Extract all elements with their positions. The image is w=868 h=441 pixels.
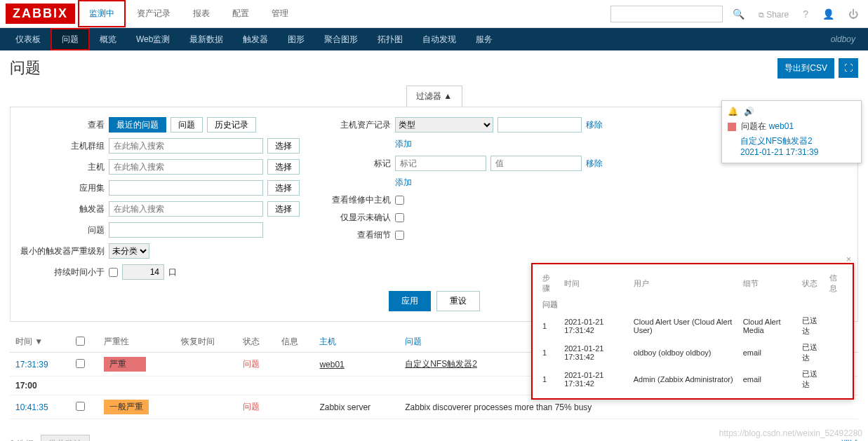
th-recovery[interactable]: 恢复时间 bbox=[175, 332, 237, 353]
detail-label: 查看细节 bbox=[328, 229, 391, 241]
row-time[interactable]: 10:41:35 bbox=[15, 402, 48, 412]
problem-link[interactable]: Zabbix discoverer processes more than 75… bbox=[405, 402, 592, 412]
row-time[interactable]: 17:31:39 bbox=[15, 360, 48, 369]
tag-name-input[interactable] bbox=[395, 156, 486, 171]
host-select-button[interactable]: 选择 bbox=[267, 159, 300, 175]
export-csv-button[interactable]: 导出到CSV bbox=[777, 58, 834, 79]
tag-add-link[interactable]: 添加 bbox=[395, 177, 412, 189]
maint-checkbox[interactable] bbox=[395, 196, 404, 205]
severity-badge: 严重 bbox=[104, 357, 146, 372]
watermark: https://blog.csdn.net/weixin_52492280 bbox=[719, 428, 862, 438]
subnav-triggers[interactable]: 触发器 bbox=[233, 28, 278, 50]
filter-left-column: 查看 最近的问题 问题 历史记录 主机群组 选择 主机 选择 应用集 选择 bbox=[20, 117, 300, 280]
host-link[interactable]: Zabbix server bbox=[319, 402, 370, 412]
sub-navigation: 仪表板 问题 概览 Web监测 最新数据 触发器 图形 聚合图形 拓扑图 自动发… bbox=[0, 28, 868, 50]
appset-label: 应用集 bbox=[20, 182, 105, 194]
reset-button[interactable]: 重设 bbox=[436, 291, 480, 311]
view-label: 查看 bbox=[20, 119, 105, 131]
asset-add-link[interactable]: 添加 bbox=[395, 138, 412, 150]
topnav-admin[interactable]: 管理 bbox=[260, 0, 300, 27]
appset-input[interactable] bbox=[109, 180, 263, 196]
detail-checkbox[interactable] bbox=[395, 231, 404, 240]
ap-th-user: 用户 bbox=[629, 270, 739, 297]
notif-host-link[interactable]: web01 bbox=[769, 121, 794, 131]
host-link[interactable]: web01 bbox=[319, 360, 344, 369]
th-time[interactable]: 时间 ▼ bbox=[10, 332, 70, 353]
subnav-maps[interactable]: 拓扑图 bbox=[368, 28, 413, 50]
brand-logo: ZABBIX bbox=[6, 4, 75, 24]
topnav-config[interactable]: 配置 bbox=[221, 0, 260, 27]
th-status[interactable]: 状态 bbox=[237, 332, 276, 353]
subnav-dashboard[interactable]: 仪表板 bbox=[6, 28, 51, 50]
share-link[interactable]: ⧉ Share bbox=[754, 8, 793, 20]
hostgroup-select-button[interactable]: 选择 bbox=[267, 138, 300, 154]
row-checkbox[interactable] bbox=[76, 402, 85, 411]
tag-remove-link[interactable]: 移除 bbox=[586, 158, 603, 170]
trigger-select-button[interactable]: 选择 bbox=[267, 201, 300, 217]
duration-checkbox[interactable] bbox=[109, 268, 118, 277]
debug-link[interactable]: 调试 bbox=[841, 438, 858, 441]
unack-checkbox[interactable] bbox=[395, 213, 404, 222]
asset-type-select[interactable]: 类型 bbox=[395, 117, 493, 133]
hostgroup-label: 主机群组 bbox=[20, 140, 105, 152]
notif-trigger-link[interactable]: 自定义NFS触发器2 bbox=[740, 135, 855, 147]
subnav-discovery[interactable]: 自动发现 bbox=[413, 28, 466, 50]
severity-indicator bbox=[728, 123, 736, 131]
user-icon[interactable]: 👤 bbox=[818, 8, 839, 20]
action-details-popup: × 步骤 时间 用户 细节 状态 信息 问题 12021-01-21 17:31… bbox=[531, 263, 854, 400]
row-checkbox[interactable] bbox=[76, 359, 85, 368]
subnav-graphs[interactable]: 图形 bbox=[278, 28, 314, 50]
subnav-overview[interactable]: 概览 bbox=[90, 28, 126, 50]
subnav-problems[interactable]: 问题 bbox=[51, 28, 90, 50]
topnav-inventory[interactable]: 资产记录 bbox=[126, 0, 182, 27]
action-row: 12021-01-21 17:31:42Cloud Alert User (Cl… bbox=[538, 313, 847, 339]
filter-toggle-tab[interactable]: 过滤器 ▲ bbox=[406, 86, 462, 107]
duration-unit: 口 bbox=[168, 266, 177, 278]
view-history-button[interactable]: 历史记录 bbox=[207, 117, 256, 133]
view-problems-button[interactable]: 问题 bbox=[171, 117, 203, 133]
tag-value-input[interactable] bbox=[490, 156, 582, 171]
select-all-checkbox[interactable] bbox=[76, 337, 85, 346]
trigger-input[interactable] bbox=[109, 201, 263, 217]
th-severity[interactable]: 严重性 bbox=[98, 332, 175, 353]
close-icon[interactable]: × bbox=[846, 255, 851, 264]
topnav-monitoring[interactable]: 监测中 bbox=[78, 0, 126, 27]
problem-link[interactable]: 自定义NFS触发器2 bbox=[405, 359, 477, 369]
search-icon[interactable]: 🔍 bbox=[728, 8, 749, 20]
subnav-screens[interactable]: 聚合图形 bbox=[314, 28, 368, 50]
ap-th-step: 步骤 bbox=[538, 270, 560, 297]
th-host[interactable]: 主机 bbox=[314, 332, 399, 353]
notification-popup: 🔔 🔊 问题在 web01 自定义NFS触发器2 2021-01-21 17:3… bbox=[721, 100, 862, 163]
help-icon[interactable]: ? bbox=[799, 8, 813, 20]
global-search-input[interactable] bbox=[610, 6, 723, 22]
trigger-label: 触发器 bbox=[20, 203, 105, 215]
unack-label: 仅显示未确认 bbox=[328, 212, 391, 224]
host-input[interactable] bbox=[109, 159, 263, 175]
tag-label: 标记 bbox=[328, 158, 391, 170]
problem-input[interactable] bbox=[109, 222, 263, 238]
topnav-reports[interactable]: 报表 bbox=[182, 0, 221, 27]
selected-count: 0 选择 bbox=[10, 438, 34, 441]
notif-time-link[interactable]: 2021-01-21 17:31:39 bbox=[740, 147, 855, 157]
status-text: 问题 bbox=[243, 402, 260, 412]
batch-ack-button[interactable]: 批此确认 bbox=[41, 435, 90, 441]
min-severity-select[interactable]: 未分类 bbox=[109, 243, 149, 259]
appset-select-button[interactable]: 选择 bbox=[267, 180, 300, 196]
view-recent-button[interactable]: 最近的问题 bbox=[109, 117, 166, 133]
logout-icon[interactable]: ⏻ bbox=[844, 8, 862, 20]
subnav-services[interactable]: 服务 bbox=[466, 28, 502, 50]
asset-value-input[interactable] bbox=[498, 117, 582, 133]
subnav-latest[interactable]: 最新数据 bbox=[180, 28, 233, 50]
fullscreen-button[interactable]: ⛶ bbox=[839, 58, 858, 78]
subnav-user-label: oldboy bbox=[824, 34, 862, 44]
page-title: 问题 bbox=[10, 57, 41, 79]
severity-badge: 一般严重 bbox=[104, 400, 149, 414]
subnav-web[interactable]: Web监测 bbox=[126, 28, 180, 50]
th-info: 信息 bbox=[276, 332, 314, 353]
asset-remove-link[interactable]: 移除 bbox=[586, 119, 603, 131]
filter-right-column: 主机资产记录 类型 移除 添加 标记 移除 添加 查看维修中主机 仅显示未确认 bbox=[328, 117, 603, 280]
hostgroup-input[interactable] bbox=[109, 138, 263, 154]
duration-input[interactable] bbox=[122, 264, 164, 280]
asset-label: 主机资产记录 bbox=[328, 119, 391, 131]
apply-button[interactable]: 应用 bbox=[389, 291, 431, 311]
